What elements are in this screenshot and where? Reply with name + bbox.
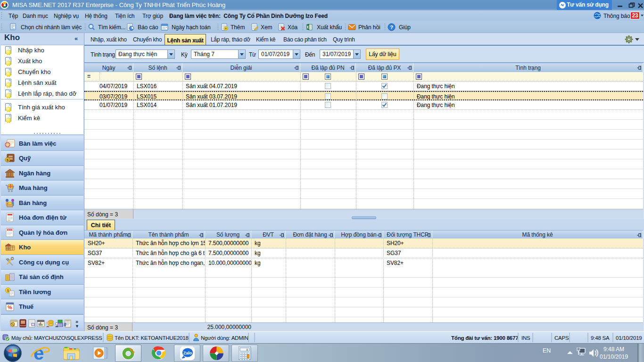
svg-text:e: e bbox=[33, 344, 44, 362]
svg-text:0: 0 bbox=[246, 348, 248, 352]
svg-text:$: $ bbox=[7, 288, 9, 293]
svg-text:HÓA ĐƠN: HÓA ĐƠN bbox=[6, 229, 14, 231]
svg-text:%: % bbox=[8, 304, 12, 310]
svg-text:Zalo: Zalo bbox=[183, 351, 192, 355]
svg-text:?: ? bbox=[390, 25, 393, 30]
svg-text:$: $ bbox=[7, 158, 9, 162]
